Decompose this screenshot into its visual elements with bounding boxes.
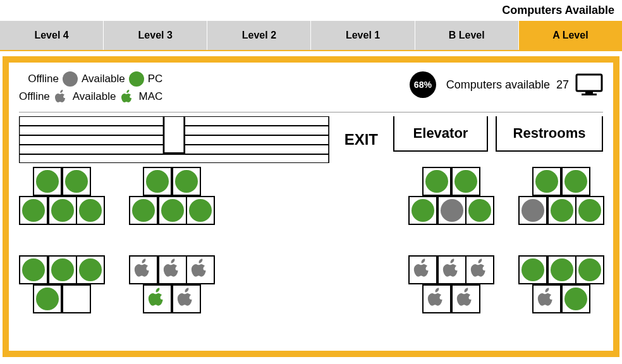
station-cell	[172, 167, 201, 196]
svg-rect-1	[585, 91, 593, 94]
legend-pc-label: PC	[148, 73, 163, 85]
pc-station-offline	[441, 199, 463, 222]
tab-level-1[interactable]: Level 1	[310, 21, 414, 50]
room-row: Restrooms Elevator EXIT	[19, 116, 603, 163]
station-cell	[76, 196, 105, 225]
station-cluster	[408, 167, 493, 225]
legend-pc-offline-text: Offline	[28, 73, 59, 85]
mac-station-offline	[412, 258, 434, 282]
pc-station-available	[22, 199, 45, 222]
pc-station-available	[36, 288, 59, 310]
tab-level-3[interactable]: Level 3	[103, 21, 207, 50]
pc-station-available	[425, 170, 448, 193]
station-cell	[186, 196, 215, 225]
mac-station-offline	[441, 258, 463, 282]
station-cluster	[408, 255, 493, 313]
legend-mac-available-text: Available	[73, 90, 116, 103]
station-cell	[465, 196, 494, 225]
station-cell	[19, 255, 48, 284]
restrooms-label: Restrooms	[496, 116, 603, 152]
pc-station-available	[412, 199, 434, 222]
floor-map-frame: 27 Computers available 68% PC Available …	[3, 56, 619, 357]
station-cluster	[518, 167, 603, 225]
mac-station-offline	[455, 287, 477, 311]
legend-pc-row: PC Available Offline	[19, 71, 162, 87]
mac-station-offline	[176, 287, 197, 311]
pc-station-available	[79, 199, 102, 222]
station-cluster	[19, 255, 104, 313]
station-row-2	[19, 255, 603, 313]
station-cell	[33, 284, 62, 313]
exit-label: EXIT	[337, 126, 386, 154]
station-cell	[561, 284, 590, 313]
pc-station-available	[564, 170, 587, 193]
tab-b-level[interactable]: B Level	[415, 21, 518, 50]
pc-station-available	[551, 258, 573, 281]
pc-station-offline	[521, 199, 544, 222]
pc-station-available	[51, 258, 74, 281]
pc-station-available	[189, 199, 212, 222]
page-title: Computers Available	[0, 0, 622, 21]
monitor-icon	[575, 73, 603, 96]
station-cell	[451, 284, 480, 313]
pc-station-available	[161, 199, 184, 222]
pc-station-available	[36, 170, 59, 193]
legend-mac-label: MAC	[139, 90, 163, 103]
station-cell	[19, 196, 48, 225]
station-cell	[561, 167, 590, 196]
station-cell	[575, 196, 604, 225]
station-cell	[48, 196, 77, 225]
station-cell	[172, 284, 201, 313]
svg-rect-0	[576, 75, 602, 91]
mac-station-offline	[426, 287, 448, 311]
tab-a-level[interactable]: A Level	[518, 21, 622, 50]
pc-station-available	[51, 199, 74, 222]
available-label: Computers available	[446, 78, 550, 91]
station-cell	[547, 255, 576, 284]
station-cell	[575, 255, 604, 284]
station-cell	[129, 255, 158, 284]
station-cell	[532, 284, 561, 313]
mac-station-offline	[162, 258, 183, 282]
station-cell	[158, 255, 187, 284]
availability-percent-badge: 68%	[410, 71, 436, 98]
station-cell	[465, 255, 494, 284]
pc-station-available	[521, 258, 544, 281]
info-bar: 27 Computers available 68% PC Available …	[19, 71, 603, 112]
stairs-icon	[19, 116, 329, 163]
pc-station-available	[535, 170, 558, 193]
tab-level-4[interactable]: Level 4	[0, 21, 103, 50]
mac-station-offline	[133, 258, 154, 282]
station-cell	[422, 167, 451, 196]
floor-area: Restrooms Elevator EXIT	[19, 116, 603, 350]
station-cell	[62, 284, 91, 313]
station-cell	[437, 196, 466, 225]
station-cell	[76, 255, 105, 284]
station-cell	[33, 167, 62, 196]
mac-station-offline	[536, 287, 558, 311]
station-cluster	[518, 255, 603, 313]
pc-station-available	[578, 199, 601, 222]
legend: PC Available Offline MAC Available Offli…	[19, 71, 162, 107]
level-tabs: A Level B Level Level 1 Level 2 Level 3 …	[0, 21, 622, 51]
legend-mac-row: MAC Available Offline	[19, 89, 162, 104]
legend-pc-available-text: Available	[82, 73, 125, 85]
pc-station-available	[454, 170, 477, 193]
station-cluster	[129, 167, 214, 225]
elevator-label: Elevator	[393, 116, 488, 152]
station-cell	[143, 284, 172, 313]
pc-station-available	[564, 288, 587, 310]
pc-station-available	[146, 170, 169, 193]
legend-mac-offline-icon	[54, 89, 69, 104]
station-cell	[129, 196, 158, 225]
svg-rect-2	[582, 94, 597, 95]
station-row-1	[19, 167, 603, 225]
mac-station-offline	[190, 258, 211, 282]
station-cell	[451, 167, 480, 196]
station-cell	[437, 255, 466, 284]
mac-station-available	[147, 287, 168, 311]
pc-station-available	[65, 170, 88, 193]
tab-level-2[interactable]: Level 2	[207, 21, 310, 50]
pc-station-available	[175, 170, 198, 193]
station-cluster	[129, 255, 214, 313]
